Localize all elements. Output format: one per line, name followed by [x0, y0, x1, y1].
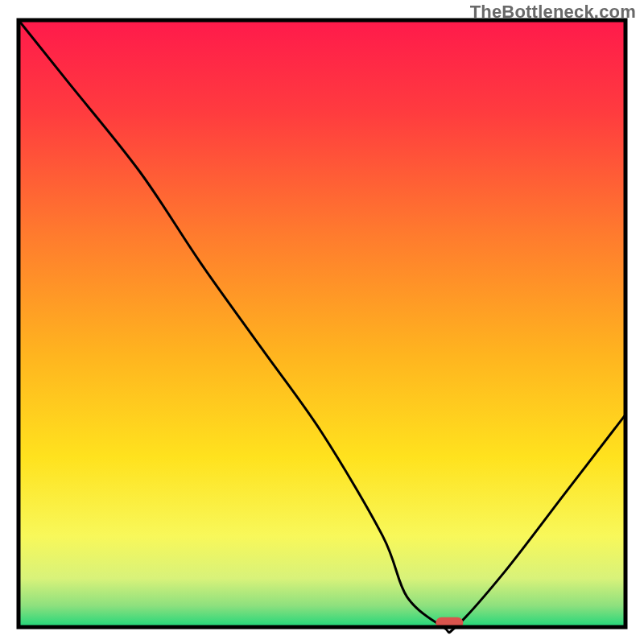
attribution-text: TheBottleneck.com [470, 2, 636, 23]
chart-svg [0, 0, 644, 644]
bottleneck-chart: TheBottleneck.com [0, 0, 644, 644]
plot-background [19, 20, 625, 627]
